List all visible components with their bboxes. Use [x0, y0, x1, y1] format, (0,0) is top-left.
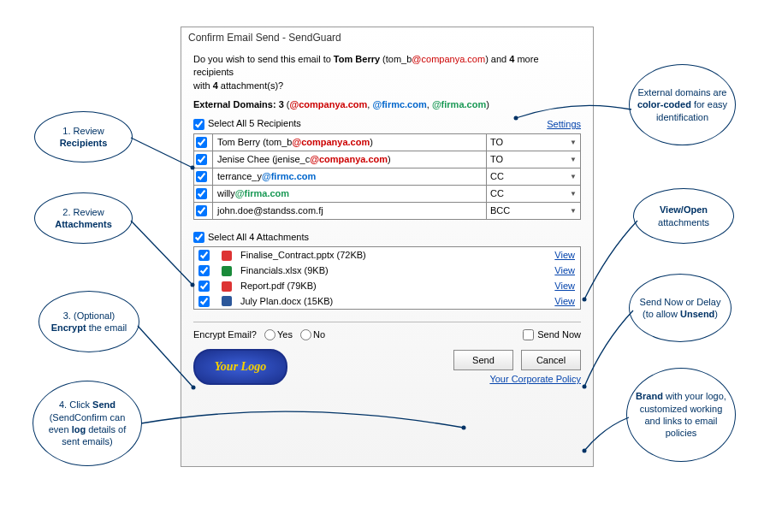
corporate-policy-link[interactable]: Your Corporate Policy — [489, 374, 581, 384]
prompt-pre: Do you wish to send this email to — [193, 54, 334, 64]
attachment-row: Financials.xlsx (9KB)View — [194, 263, 581, 278]
pointer-line — [582, 415, 633, 453]
recipient-checkbox[interactable] — [196, 171, 207, 182]
pointer-line — [128, 135, 197, 169]
chevron-down-icon: ▼ — [570, 207, 577, 215]
svg-point-9 — [583, 385, 587, 389]
encrypt-no-radio[interactable] — [300, 329, 311, 340]
primary-recipient-name: Tom Berry — [334, 54, 380, 64]
recipient-role-select[interactable]: BCC▼ — [487, 204, 580, 217]
view-attachment-link[interactable]: View — [554, 265, 575, 275]
button-group: Send Cancel — [448, 350, 581, 370]
attachment-name: Finalise_Contract.pptx (72KB) — [236, 247, 547, 263]
view-attachment-link[interactable]: View — [554, 281, 575, 291]
svg-point-6 — [462, 426, 466, 430]
attachment-name: July Plan.docx (15KB) — [236, 293, 547, 309]
encrypt-yes-label: Yes — [277, 329, 293, 340]
dialog-body: Do you wish to send this email to Tom Be… — [181, 48, 593, 393]
attachment-row: Finalise_Contract.pptx (72KB)View — [194, 247, 581, 263]
recipient-checkbox[interactable] — [196, 154, 207, 165]
select-all-attachments-label[interactable]: Select All 4 Attachments — [193, 232, 309, 244]
encrypt-label: Encrypt Email? — [193, 329, 257, 340]
primary-addr-domain: @companya.com — [412, 54, 485, 64]
svg-line-4 — [138, 326, 193, 387]
brand-logo: Your Logo — [193, 349, 287, 385]
encrypt-no-label: No — [313, 329, 325, 340]
ext-domain-2: @firmc.com — [372, 99, 426, 109]
send-now-label[interactable]: Send Now — [523, 329, 581, 341]
encrypt-row: Encrypt Email? Yes No Send Now — [193, 329, 581, 341]
logo-text: Your Logo — [215, 361, 266, 373]
svg-point-5 — [192, 386, 196, 390]
footer-row: Your Logo Send Cancel Your Corporate Pol… — [193, 349, 581, 385]
svg-point-1 — [191, 166, 195, 170]
attachments-table: Finalise_Contract.pptx (72KB)ViewFinanci… — [193, 246, 581, 309]
attachment-checkbox[interactable] — [198, 250, 210, 261]
send-button[interactable]: Send — [453, 350, 513, 370]
view-attachment-link[interactable]: View — [554, 250, 575, 260]
callout-view-open: View/Open attachments — [633, 188, 734, 244]
svg-line-0 — [131, 138, 192, 168]
send-now-checkbox[interactable] — [523, 329, 534, 340]
chevron-down-icon: ▼ — [570, 190, 577, 198]
svg-point-7 — [514, 116, 518, 121]
recipient-address: Tom Berry (tom_b@companya.com) — [213, 133, 487, 151]
callout-send: 4. Click Send (SendConfirm can even log … — [33, 381, 142, 466]
recipient-role-select[interactable]: TO▼ — [487, 152, 580, 166]
prompt-with: with — [193, 80, 213, 91]
select-all-recipients-label[interactable]: Select All 5 Recipients — [193, 118, 301, 130]
view-attachment-link[interactable]: View — [554, 296, 575, 306]
cancel-button[interactable]: Cancel — [521, 350, 581, 370]
attachment-checkbox[interactable] — [198, 296, 210, 307]
recipient-row: Tom Berry (tom_b@companya.com)TO▼ — [194, 133, 581, 151]
attachment-row: Report.pdf (79KB)View — [194, 278, 581, 293]
pointer-line — [139, 402, 468, 436]
select-attachments-row: Select All 4 Attachments — [193, 232, 581, 244]
send-now-text: Send Now — [537, 329, 581, 340]
recipients-table: Tom Berry (tom_b@companya.com)TO▼Jenise … — [193, 133, 581, 220]
recipient-row: terrance_y@firmc.comCC▼ — [194, 168, 581, 185]
callout-review-recipients: 1. Review Recipients — [34, 111, 133, 163]
ext-label: External Domains: — [193, 99, 279, 109]
divider — [193, 322, 581, 322]
attachment-checkbox[interactable] — [198, 265, 210, 276]
svg-point-10 — [583, 449, 587, 453]
prompt-mid: and — [489, 54, 509, 64]
attachment-name: Report.pdf (79KB) — [236, 278, 547, 293]
select-recip-text: Select All 5 Recipients — [208, 118, 301, 128]
pointer-line — [513, 103, 633, 128]
recipient-role-select[interactable]: CC▼ — [487, 186, 580, 200]
attachment-checkbox[interactable] — [198, 281, 210, 292]
recipient-checkbox[interactable] — [196, 188, 207, 199]
recipient-checkbox[interactable] — [196, 205, 207, 216]
select-attach-text: Select All 4 Attachments — [208, 232, 309, 242]
pointer-line — [582, 308, 637, 389]
ext-domain-3: @firma.com — [432, 99, 486, 109]
callout-encrypt: 3. (Optional) Encrypt the email — [38, 291, 139, 352]
prompt-text: Do you wish to send this email to Tom Be… — [193, 53, 581, 92]
confirm-send-dialog: Confirm Email Send - SendGuard Do you wi… — [181, 27, 594, 467]
select-all-recipients-checkbox[interactable] — [193, 119, 204, 130]
attachment-name: Financials.xlsx (9KB) — [236, 263, 547, 278]
pointer-line — [128, 218, 197, 287]
recipient-role-select[interactable]: CC▼ — [487, 169, 580, 183]
callout-review-attachments: 2. Review Attachments — [34, 192, 133, 244]
policy-link-row: Your Corporate Policy — [448, 374, 581, 384]
ext-close: ) — [486, 99, 489, 109]
recipient-role-select[interactable]: TO▼ — [487, 135, 580, 149]
attachment-row: July Plan.docx (15KB)View — [194, 293, 581, 309]
pointer-line — [135, 323, 195, 390]
file-icon — [222, 266, 232, 276]
footer-right: Send Cancel Your Corporate Policy — [448, 350, 581, 384]
recipient-address: willy@firma.com — [213, 185, 487, 202]
callout-brand: Brand with your logo, customized working… — [626, 368, 736, 462]
file-icon — [222, 281, 232, 292]
recipient-checkbox[interactable] — [196, 137, 207, 148]
recipient-address: john.doe@standss.com.fj — [213, 202, 487, 219]
chevron-down-icon: ▼ — [570, 173, 577, 180]
svg-line-2 — [131, 221, 192, 285]
file-icon — [222, 251, 232, 261]
encrypt-yes-radio[interactable] — [264, 329, 275, 340]
recipient-row: willy@firma.comCC▼ — [194, 185, 581, 202]
ext-open: ( — [284, 99, 290, 109]
